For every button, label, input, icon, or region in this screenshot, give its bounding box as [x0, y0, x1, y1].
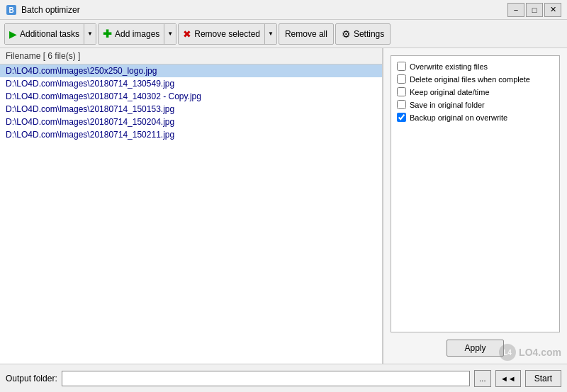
main-content: Filename [ 6 file(s) ] D:\LO4D.com\Image… [0, 48, 567, 364]
checkbox-row: Save in original folder [397, 100, 554, 109]
remove-selected-button[interactable]: ✖ Remove selected [179, 24, 265, 44]
back-button[interactable]: ◄◄ [495, 370, 521, 387]
list-item[interactable]: D:\LO4D.com\Images\20180714_130549.jpg [0, 77, 382, 90]
remove-all-label: Remove all [285, 29, 327, 39]
browse-button[interactable]: ... [474, 370, 491, 387]
watermark-text: LO4.com [519, 347, 561, 358]
remove-all-button[interactable]: Remove all [279, 23, 334, 45]
minimize-button[interactable]: − [507, 3, 524, 17]
output-folder-label: Output folder: [6, 374, 57, 383]
close-button[interactable]: ✕ [544, 3, 561, 17]
checkbox-row: Delete original files when complete [397, 74, 554, 84]
settings-option-label: Keep original date/time [410, 88, 490, 96]
remove-selected-group: ✖ Remove selected ▼ [178, 23, 277, 45]
chevron-down-icon: ▼ [268, 30, 274, 37]
additional-tasks-label: Additional tasks [20, 29, 79, 39]
list-item[interactable]: D:\LO4D.com\Images\20180714_150211.jpg [0, 128, 382, 141]
app-title: Batch optimizer [21, 5, 80, 15]
additional-tasks-button[interactable]: ▶ Additional tasks [5, 24, 84, 44]
checkbox-row: Keep original date/time [397, 87, 554, 96]
settings-option-label: Save in original folder [410, 101, 485, 109]
list-item[interactable]: D:\LO4D.com\Images\20180714_150204.jpg [0, 116, 382, 128]
settings-label: Settings [354, 29, 384, 39]
settings-options-container: Overwrite existing filesDelete original … [391, 55, 560, 332]
apply-button[interactable]: Apply [447, 340, 503, 357]
add-images-group: ✚ Add images ▼ [98, 23, 176, 45]
add-images-arrow[interactable]: ▼ [164, 24, 176, 44]
file-list[interactable]: D:\LO4D.com\Images\250x250_logo.jpgD:\LO… [0, 65, 382, 364]
remove-selected-label: Remove selected [194, 29, 260, 39]
settings-option-label: Delete original files when complete [410, 75, 530, 84]
add-images-button[interactable]: ✚ Add images [99, 24, 164, 44]
checkbox-row: Backup original on overwrite [397, 113, 554, 122]
settings-option-label: Overwrite existing files [410, 62, 488, 71]
settings-panel: Overwrite existing filesDelete original … [383, 48, 567, 364]
settings-checkbox-4[interactable] [397, 113, 406, 122]
settings-checkbox-2[interactable] [397, 87, 406, 96]
settings-button[interactable]: ⚙ Settings [335, 23, 391, 45]
chevron-down-icon: ▼ [167, 30, 173, 37]
chevron-down-icon: ▼ [87, 30, 93, 37]
settings-checkbox-3[interactable] [397, 100, 406, 109]
watermark: L4 LO4.com [499, 344, 561, 361]
play-icon: ▶ [9, 28, 17, 40]
settings-option-label: Backup original on overwrite [410, 113, 507, 122]
app-icon: B [6, 4, 17, 16]
start-button[interactable]: Start [525, 370, 561, 387]
file-panel: Filename [ 6 file(s) ] D:\LO4D.com\Image… [0, 48, 383, 364]
add-icon: ✚ [103, 28, 112, 40]
remove-icon: ✖ [183, 28, 191, 40]
settings-checkbox-0[interactable] [397, 62, 406, 71]
remove-selected-arrow[interactable]: ▼ [265, 24, 276, 44]
title-bar-left: B Batch optimizer [6, 4, 80, 16]
title-bar-controls: − □ ✕ [507, 3, 561, 17]
list-item[interactable]: D:\LO4D.com\Images\20180714_150153.jpg [0, 103, 382, 116]
svg-text:B: B [9, 6, 13, 14]
gear-icon: ⚙ [342, 28, 351, 40]
additional-tasks-arrow[interactable]: ▼ [84, 24, 96, 44]
bottom-bar: Output folder: ... ◄◄ Start [0, 364, 567, 392]
title-bar: B Batch optimizer − □ ✕ [0, 0, 567, 20]
checkbox-row: Overwrite existing files [397, 62, 554, 71]
list-item[interactable]: D:\LO4D.com\Images\20180714_140302 - Cop… [0, 90, 382, 103]
watermark-icon: L4 [499, 344, 516, 361]
list-item[interactable]: D:\LO4D.com\Images\250x250_logo.jpg [0, 65, 382, 77]
settings-checkbox-1[interactable] [397, 74, 406, 84]
file-panel-header: Filename [ 6 file(s) ] [0, 48, 382, 65]
maximize-button[interactable]: □ [526, 3, 543, 17]
toolbar: ▶ Additional tasks ▼ ✚ Add images ▼ ✖ Re… [0, 20, 567, 48]
additional-tasks-group: ▶ Additional tasks ▼ [4, 23, 96, 45]
output-folder-input[interactable] [62, 371, 470, 386]
add-images-label: Add images [115, 29, 159, 39]
